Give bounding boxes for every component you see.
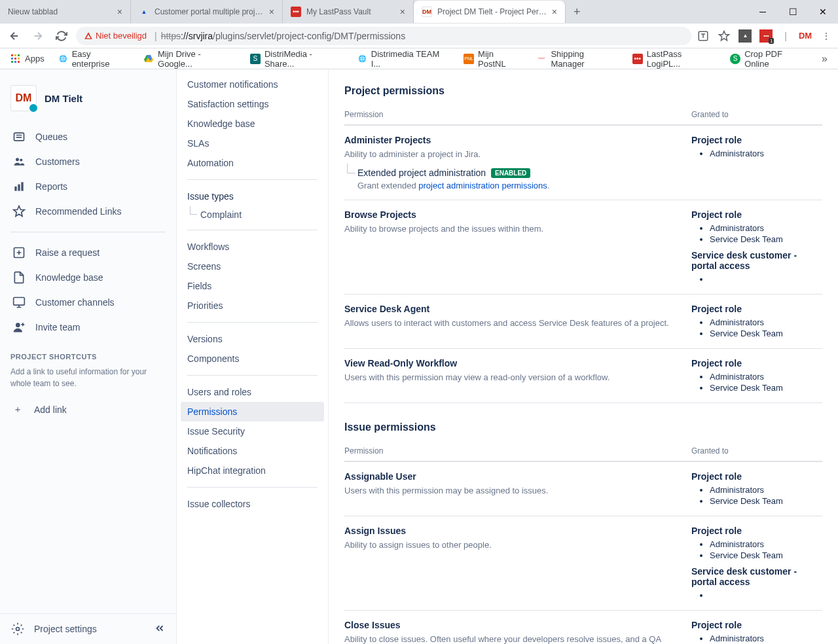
sidebar-item-recommended[interactable]: Recommended Links [5,199,171,224]
bookmark-label: Mijn Drive - Google... [158,49,237,69]
config-item[interactable]: Issue Security [177,421,328,441]
role-list [691,590,822,601]
close-icon[interactable]: × [117,7,122,17]
tab-title: Customer portal multiple project [155,7,265,16]
svg-rect-1 [11,54,13,56]
nav-label: Add link [34,404,67,415]
project-settings-button[interactable]: Project settings [10,622,97,636]
sidebar-item-customers[interactable]: Customers [5,149,171,174]
bookmark[interactable]: SCrop PDF Online [725,46,814,71]
svg-point-18 [16,323,20,327]
config-item[interactable]: Fields [177,276,328,296]
role-list-item: Administrators [710,633,822,644]
config-item[interactable]: Versions [177,329,328,349]
close-icon[interactable]: × [400,7,405,17]
lastpass-ext-icon[interactable]: •••1 [759,29,773,43]
bookmark-overflow[interactable]: » [816,53,833,65]
profile-badge[interactable]: DM [799,29,812,43]
star-icon[interactable] [718,29,731,43]
browser-tab[interactable]: ••• My LastPass Vault × [283,1,414,23]
bookmark[interactable]: PNLMijn PostNL [458,46,528,71]
nav-label: Project settings [34,624,97,634]
config-item[interactable]: SLAs [177,134,328,153]
config-item[interactable]: HipChat integration [177,461,328,480]
bookmark[interactable]: SDistriMedia - Share... [245,46,349,71]
th-permission: Permission [344,446,691,456]
close-icon[interactable]: × [552,7,557,17]
svg-rect-17 [14,298,25,306]
svg-rect-6 [18,58,20,60]
menu-icon[interactable]: ⋮ [820,29,833,43]
nav-label: Customer channels [35,297,115,308]
maximize-button[interactable]: ☐ [778,1,808,22]
pdf-icon[interactable]: ▲ [738,29,752,43]
role-list-item: Administrators [710,148,822,159]
section-title-project-permissions: Project permissions [344,85,822,97]
browser-tab[interactable]: ▲ Customer portal multiple project × [131,1,283,23]
extended-admin: Extended project administration ENABLED [344,168,678,178]
dm-favicon: DM [422,7,432,17]
address-bar: Niet beveiligd | https://srvjira/plugins… [0,24,838,48]
nav-label: Queues [35,132,67,142]
new-tab-button[interactable]: + [566,5,589,19]
shortcuts-heading: PROJECT SHORTCUTS [10,353,166,361]
table-header: Permission Granted to [344,105,822,126]
role-list-item: Administrators [710,539,822,550]
sidebar-action-knowledge-base[interactable]: Knowledge base [5,265,171,290]
config-item-permissions[interactable]: Permissions [181,402,324,421]
role-list-item: Service Desk Team [710,495,822,507]
browser-tab-active[interactable]: DM Project DM Tielt - Project Permis × [414,1,566,23]
config-item[interactable]: Users and roles [177,382,328,402]
sidebar-item-queues[interactable]: Queues [5,124,171,149]
tabs-bar: Nieuw tabblad × ▲ Customer portal multip… [0,0,838,24]
bookmark[interactable]: 〰Shipping Manager [531,46,624,71]
url-input[interactable]: Niet beveiligd | https://srvjira/plugins… [76,27,691,45]
table-header: Permission Granted to [344,441,822,462]
svg-rect-2 [14,54,16,56]
sidebar-action-raise-request[interactable]: Raise a request [5,240,171,265]
bookmark[interactable]: 🌐Distrimedia TEAM I... [352,46,456,71]
sidebar-item-reports[interactable]: Reports [5,174,171,199]
browser-tab[interactable]: Nieuw tabblad × [0,1,131,23]
bookmark[interactable]: Mijn Drive - Google... [138,46,242,71]
bookmark[interactable]: •••LastPass LogiPL... [627,46,722,71]
role-list: Administrators [691,148,822,159]
config-item[interactable]: Issue collectors [177,494,328,514]
reload-button[interactable] [52,27,71,45]
sidebar-action-customer-channels[interactable]: Customer channels [5,290,171,315]
role-list-item: Service Desk Team [710,550,822,561]
translate-icon[interactable] [697,29,710,43]
config-item[interactable]: Priorities [177,296,328,315]
config-item[interactable]: Screens [177,257,328,276]
shortcuts-description: Add a link to useful information for you… [10,366,166,389]
project-admin-permissions-link[interactable]: project administration permissions [418,181,547,190]
plus-box-icon [12,245,26,260]
postnl-icon: PNL [464,54,474,64]
permission-name: Assign Issues [344,526,678,536]
config-item[interactable]: Customer notifications [177,75,328,94]
close-button[interactable]: ✕ [808,1,838,22]
close-icon[interactable]: × [269,7,274,17]
table-row: Close IssuesAbility to close issues. Oft… [344,611,822,645]
config-item[interactable]: Notifications [177,441,328,461]
add-link-button[interactable]: ＋Add link [10,397,166,422]
minimize-button[interactable]: ─ [748,1,778,22]
issue-permissions-table: Permission Granted to Assignable UserUse… [344,441,822,645]
back-button[interactable] [5,27,24,45]
tab-title: Project DM Tielt - Project Permis [437,7,548,16]
window-controls: ─ ☐ ✕ [748,1,838,22]
role-list-item: Administrators [710,223,822,234]
config-item-issue-type[interactable]: Complaint [177,206,328,223]
config-item[interactable]: Knowledge base [177,114,328,134]
config-item[interactable]: Workflows [177,237,328,257]
role-list: AdministratorsService Desk Team [691,371,822,393]
sidebar-action-invite-team[interactable]: Invite team [5,315,171,340]
collapse-sidebar-button[interactable] [154,622,166,636]
role-list: AdministratorsService Desk Team [691,484,822,507]
forward-button[interactable] [29,27,47,45]
apps-button[interactable]: Apps [5,51,50,67]
config-item[interactable]: Satisfaction settings [177,94,328,114]
config-item[interactable]: Components [177,349,328,368]
config-item[interactable]: Automation [177,153,328,173]
bookmark[interactable]: 🌐Easy enterprise [52,46,136,71]
